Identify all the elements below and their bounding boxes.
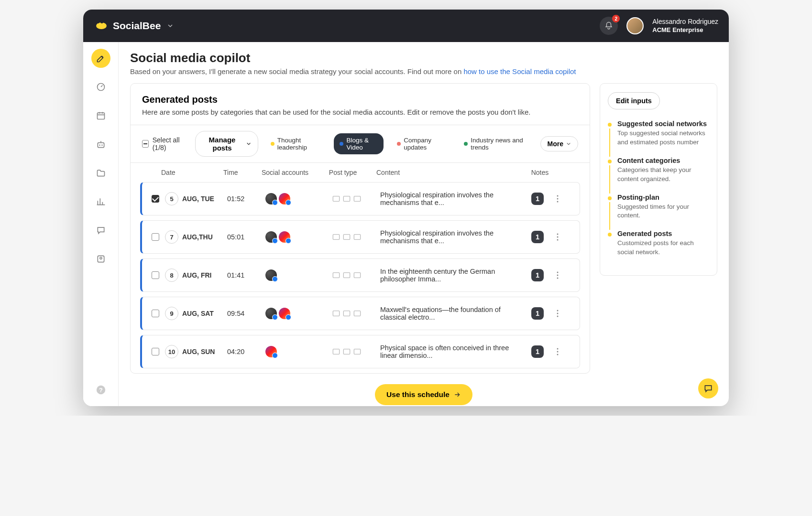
post-type-icons	[323, 234, 371, 240]
manage-posts-button[interactable]: Manage posts	[195, 131, 258, 157]
category-dot-icon	[271, 142, 274, 146]
row-checkbox[interactable]	[152, 195, 159, 203]
sidenav-help[interactable]: ?	[91, 380, 110, 399]
sidenav-folder[interactable]	[91, 163, 110, 183]
category-filter[interactable]: Thought leadership	[265, 133, 327, 154]
bell-icon	[604, 22, 613, 30]
use-schedule-button[interactable]: Use this schedule	[375, 384, 472, 405]
date-num: 9	[165, 307, 178, 320]
row-menu-button[interactable]	[557, 224, 576, 250]
arrow-right-icon	[453, 391, 461, 398]
ig-account-icon	[265, 346, 277, 357]
edit-inputs-button[interactable]: Edit inputs	[608, 92, 660, 109]
user-name: Alessandro Rodriguez	[652, 17, 718, 26]
generated-sub: Here are some posts by categories that c…	[131, 105, 590, 125]
progress-step[interactable]: Posting-planSuggested times for your con…	[608, 194, 709, 221]
svg-rect-2	[98, 143, 104, 148]
select-all[interactable]: Select all (1/8)	[142, 136, 188, 151]
svg-rect-10	[343, 196, 350, 202]
progress-step[interactable]: Suggested social networksTop suggested s…	[608, 120, 709, 147]
chevron-down-icon	[167, 23, 173, 29]
help-link[interactable]: how to use the Social media copilot	[463, 67, 576, 75]
content-cell: Physical space is often conceived in thr…	[371, 344, 518, 359]
svg-rect-27	[333, 311, 339, 316]
table-row[interactable]: 10AUG, SUN 04:20 Physical space is often…	[140, 335, 580, 368]
row-checkbox[interactable]	[152, 233, 159, 241]
category-filter[interactable]: Industry news and trends	[458, 133, 533, 154]
step-desc: Categories that keep your content organi…	[617, 166, 709, 184]
step-title: Content categories	[617, 157, 709, 164]
svg-point-38	[557, 354, 559, 355]
notes-badge: 1	[531, 193, 544, 205]
progress-steps: Suggested social networksTop suggested s…	[608, 120, 709, 257]
date-label: AUG, FRI	[182, 271, 211, 279]
svg-rect-29	[354, 311, 360, 316]
chevron-down-icon	[246, 141, 251, 147]
content-cell: Physiological respiration involves the m…	[371, 191, 518, 206]
sidenav-profile[interactable]	[91, 249, 110, 269]
time-cell: 01:52	[227, 195, 265, 203]
category-filter[interactable]: Blogs & Video	[334, 133, 384, 154]
table-row[interactable]: 9AUG, SAT 09:54 Maxwell's equations—the …	[140, 297, 580, 330]
time-cell: 04:20	[227, 348, 265, 355]
sidenav-copilot[interactable]	[91, 135, 110, 154]
table-row[interactable]: 5AUG, TUE 01:52 Physiological respiratio…	[140, 182, 580, 215]
svg-rect-1	[97, 113, 104, 119]
time-cell: 09:54	[227, 310, 265, 317]
notification-count: 2	[612, 15, 620, 22]
step-desc: Top suggested social networks and estima…	[617, 129, 709, 147]
topbar: SocialBee 2 Alessandro Rodriguez ACME En…	[83, 10, 729, 42]
post-type-icons	[323, 195, 371, 202]
post-type-icons	[323, 310, 371, 317]
step-desc: Customized posts for each social network…	[617, 239, 709, 257]
row-checkbox[interactable]	[152, 310, 159, 317]
sidenav-compose[interactable]	[91, 49, 110, 68]
more-button[interactable]: More	[540, 136, 578, 151]
row-checkbox[interactable]	[152, 348, 159, 355]
svg-point-25	[557, 275, 559, 276]
user-info[interactable]: Alessandro Rodriguez ACME Enterprise	[652, 17, 718, 34]
post-type-icons	[323, 348, 371, 355]
step-title: Suggested social networks	[617, 120, 709, 128]
notes-badge: 1	[531, 269, 544, 281]
progress-step[interactable]: Generated postsCustomized posts for each…	[608, 230, 709, 257]
svg-point-24	[557, 272, 559, 273]
sidenav-dashboard[interactable]	[91, 77, 110, 97]
row-menu-button[interactable]	[557, 300, 576, 327]
select-all-checkbox[interactable]	[142, 140, 149, 148]
row-menu-button[interactable]	[557, 262, 576, 289]
notifications-button[interactable]: 2	[600, 17, 618, 35]
svg-rect-35	[354, 349, 360, 355]
fb-account-icon	[265, 269, 277, 281]
ig-account-icon	[279, 231, 290, 243]
progress-step[interactable]: Content categoriesCategories that keep y…	[608, 157, 709, 184]
svg-point-4	[101, 144, 103, 146]
avatar[interactable]	[626, 17, 644, 34]
chevron-down-icon	[566, 141, 571, 146]
date-label: AUG, SUN	[182, 348, 215, 355]
table-row[interactable]: 8AUG, FRI 01:41 In the eighteenth centur…	[140, 258, 580, 292]
sidenav-analytics[interactable]	[91, 192, 110, 211]
date-label: AUG, SAT	[182, 310, 214, 317]
category-filter[interactable]: Company updates	[391, 133, 450, 154]
sidenav-calendar[interactable]	[91, 106, 110, 125]
svg-rect-23	[354, 273, 360, 278]
page-title: Social media copilot	[130, 51, 717, 65]
row-menu-button[interactable]	[557, 338, 576, 365]
step-title: Generated posts	[617, 230, 709, 237]
svg-point-31	[557, 313, 559, 314]
row-menu-button[interactable]	[557, 185, 576, 212]
social-accounts	[265, 269, 323, 281]
svg-point-26	[557, 278, 559, 279]
notes-badge: 1	[531, 231, 544, 243]
svg-point-30	[557, 310, 559, 312]
chat-fab[interactable]	[698, 378, 718, 398]
logo[interactable]: SocialBee	[94, 20, 173, 32]
svg-rect-16	[343, 235, 350, 240]
post-rows: 5AUG, TUE 01:52 Physiological respiratio…	[131, 182, 590, 373]
svg-point-32	[557, 316, 559, 317]
svg-point-12	[557, 195, 559, 197]
table-row[interactable]: 7AUG,THU 05:01 Physiological respiration…	[140, 220, 580, 254]
sidenav-messages[interactable]	[91, 221, 110, 240]
row-checkbox[interactable]	[152, 271, 159, 279]
